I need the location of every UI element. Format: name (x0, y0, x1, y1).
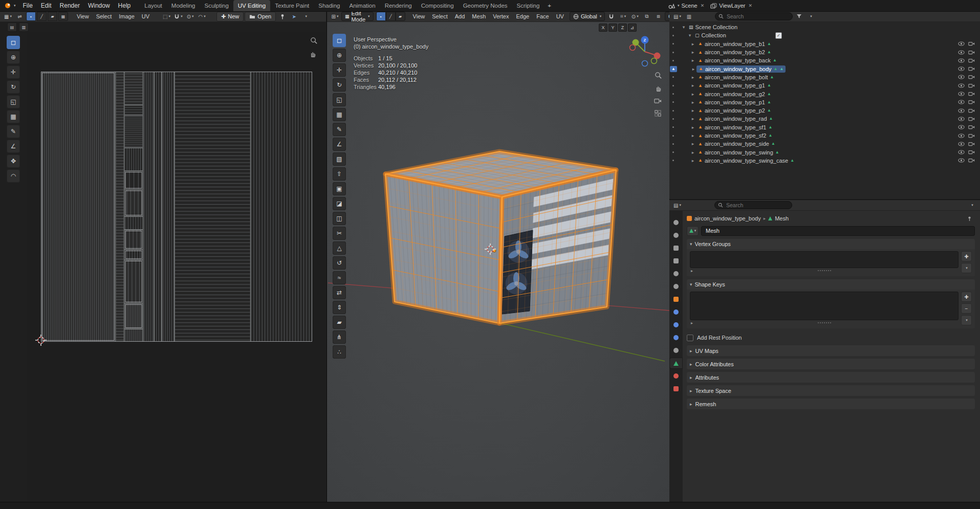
properties-tab-modifiers[interactable] (670, 307, 682, 317)
uv-menu-uv[interactable]: UV (138, 13, 153, 19)
add-vertex-group-button[interactable]: ✚ (961, 251, 972, 261)
move-tool[interactable]: ✛ (333, 63, 346, 77)
uv-select-edge-toggle[interactable]: ╱ (37, 12, 47, 21)
properties-tab-texture[interactable] (670, 384, 682, 394)
viewport-menu-view[interactable]: View (409, 13, 429, 19)
scale-tool[interactable]: ◱ (333, 93, 346, 106)
transform-tool[interactable]: ▦ (7, 110, 20, 123)
expand-arrow-icon[interactable]: ▸ (690, 108, 696, 113)
viewport-zoom-icon[interactable] (654, 71, 663, 80)
object-name-cluster[interactable]: ▲aircon_window_type_sf2▲ (696, 132, 774, 139)
expand-arrow-icon[interactable]: ▸ (690, 41, 696, 47)
cursor-tool[interactable]: ⊕ (333, 49, 346, 62)
expand-arrow-icon[interactable]: ▸ (690, 58, 696, 63)
outliner-object-row[interactable]: ▸▲aircon_window_type_p1▲ (669, 98, 980, 106)
hide-eye-icon[interactable] (958, 150, 965, 154)
outliner-object-row[interactable]: ▸▲aircon_window_type_back▲ (669, 56, 980, 64)
outliner-object-row[interactable]: ▸▲aircon_window_type_swing_case▲ (669, 157, 980, 165)
object-name-cluster[interactable]: ▲aircon_window_type_rad▲ (696, 115, 775, 122)
object-name-cluster[interactable]: ▲aircon_window_type_body▲▲ (696, 65, 786, 73)
vertex-groups-list[interactable] (690, 251, 959, 268)
expand-arrow-icon[interactable]: ▸ (690, 100, 696, 105)
properties-search[interactable] (714, 201, 792, 209)
panel-attributes[interactable]: ▸Attributes (687, 372, 975, 383)
uv-menu-view[interactable]: View (73, 13, 93, 19)
menu-file[interactable]: File (19, 0, 37, 11)
expand-arrow-icon[interactable]: ▸ (690, 141, 696, 146)
shape-key-specials-button[interactable]: ▾ (961, 315, 972, 325)
render-visibility-icon[interactable] (968, 41, 975, 46)
workspace-tab-sculpting[interactable]: Sculpting (200, 0, 233, 11)
hide-eye-icon[interactable] (958, 125, 965, 129)
render-visibility-icon[interactable] (968, 142, 975, 146)
outliner-object-row[interactable]: ▸▲aircon_window_type_rad▲ (669, 115, 980, 123)
viewport-menu-select[interactable]: Select (428, 13, 451, 19)
hide-eye-icon[interactable] (958, 83, 965, 88)
mesh-browse-button[interactable]: ▾ (687, 226, 699, 236)
uv-pan-hand-icon[interactable] (308, 49, 317, 58)
add-rest-position-checkbox[interactable] (687, 335, 693, 341)
poly-build-tool[interactable]: △ (333, 241, 346, 255)
move-tool[interactable]: ✛ (7, 65, 20, 79)
properties-tab-render[interactable] (670, 230, 682, 240)
expand-arrow-icon[interactable]: ▸ (690, 125, 696, 130)
properties-tab-scene[interactable] (670, 269, 682, 279)
properties-tab-material[interactable] (670, 371, 682, 381)
transform-tool[interactable]: ▦ (333, 108, 346, 121)
outliner-object-row[interactable]: ▸▲aircon_window_type_g1▲ (669, 81, 980, 90)
properties-tab-world[interactable] (670, 281, 682, 292)
panel-color-attributes[interactable]: ▸Color Attributes (687, 359, 975, 369)
outliner-search[interactable] (715, 12, 793, 20)
properties-options-dropdown[interactable]: ▾ (967, 201, 977, 209)
viewport-menu-vertex[interactable]: Vertex (489, 13, 512, 19)
expand-arrow-icon[interactable]: ▸ (690, 92, 696, 97)
viewport-pan-hand-icon[interactable] (654, 83, 663, 93)
rip-region-tool[interactable]: ⋔ (333, 330, 346, 344)
uv-sync-select-icon[interactable]: ⇌ (14, 12, 25, 20)
outliner-object-row[interactable]: ▸▲aircon_window_type_swing▲ (669, 148, 980, 156)
render-visibility-icon[interactable] (968, 50, 975, 55)
render-visibility-icon[interactable] (968, 125, 975, 129)
uv-sticky-select-button[interactable]: ⬚▾ (161, 12, 172, 20)
grab-tool[interactable]: ✥ (7, 154, 20, 168)
workspace-tab-geometry-nodes[interactable]: Geometry Nodes (459, 0, 512, 11)
smooth-tool[interactable]: ≈ (333, 271, 346, 284)
snap-widget-toggle[interactable]: ⊿ (628, 24, 637, 32)
properties-tab-output[interactable] (670, 243, 682, 253)
render-visibility-icon[interactable] (968, 158, 975, 163)
unlink-viewlayer-button[interactable]: ✕ (747, 3, 753, 8)
viewport-menu-face[interactable]: Face (533, 13, 552, 19)
outliner-object-row[interactable]: ▸▲aircon_window_type_side▲ (669, 140, 980, 148)
measure-tool[interactable]: ∠ (7, 140, 20, 153)
xray-toggle-icon[interactable]: ⧈ (653, 12, 664, 20)
resize-grip[interactable] (818, 270, 831, 271)
add-shape-key-button[interactable]: ✚ (961, 292, 972, 302)
properties-search-input[interactable] (725, 202, 789, 209)
object-name-cluster[interactable]: ▲aircon_window_type_b1▲ (696, 40, 773, 48)
object-name-cluster[interactable]: ▲aircon_window_type_back▲ (696, 57, 779, 64)
outliner-object-row[interactable]: ▸▲aircon_window_type_bolt▲ (669, 73, 980, 81)
render-visibility-icon[interactable] (968, 92, 975, 96)
viewport-camera-icon[interactable] (653, 96, 662, 105)
uv-image-pin-toggle[interactable]: ▤ (7, 23, 17, 32)
render-visibility-icon[interactable] (968, 134, 975, 138)
uv-canvas[interactable] (27, 32, 326, 501)
inset-faces-tool[interactable]: ▣ (333, 182, 346, 195)
uv-select-island-toggle[interactable]: ▦ (58, 12, 68, 21)
hide-eye-icon[interactable] (958, 75, 965, 79)
hide-eye-icon[interactable] (958, 41, 965, 46)
object-name-cluster[interactable]: ▲aircon_window_type_p1▲ (696, 99, 773, 106)
blender-logo-menu[interactable]: ▾ (0, 3, 19, 9)
shape-keys-list[interactable] (690, 292, 959, 320)
render-visibility-icon[interactable] (968, 117, 975, 121)
menu-window[interactable]: Window (84, 0, 114, 11)
menu-render[interactable]: Render (56, 0, 84, 11)
render-visibility-icon[interactable] (968, 75, 975, 79)
scale-tool[interactable]: ◱ (7, 95, 20, 108)
object-name-cluster[interactable]: ▲aircon_window_type_b2▲ (696, 49, 773, 56)
extrude-region-tool[interactable]: ⇧ (333, 167, 346, 181)
viewlayer-selector[interactable]: ViewLayer ✕ (710, 3, 753, 9)
outliner-object-row[interactable]: ▸▲aircon_window_type_sf1▲ (669, 123, 980, 131)
uv-editor-type-button[interactable]: ▦▾ (3, 12, 13, 20)
workspace-tab-compositing[interactable]: Compositing (417, 0, 459, 11)
